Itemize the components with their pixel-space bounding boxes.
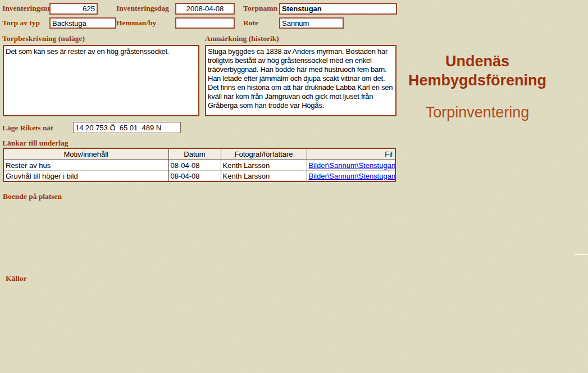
cell-fotograf: Kenth Larsson [221, 171, 307, 182]
torp-av-typ-input[interactable] [49, 17, 116, 29]
cell-motiv: Gruvhål till höger i bild [3, 171, 168, 182]
cell-datum: 08-04-08 [168, 160, 221, 171]
table-row: Rester av hus 08-04-08 Kenth Larsson Bil… [3, 160, 395, 171]
torpnamn-label: Torpnamn [243, 4, 277, 13]
cell-fil: Bilder\Sannum\Stenstugan [307, 160, 395, 171]
torpnamn-input[interactable] [279, 3, 397, 15]
column-header-datum: Datum [168, 148, 221, 160]
lage-rikets-nat-label: Läge Rikets nät [2, 124, 53, 133]
hemman-by-input[interactable] [175, 17, 235, 29]
column-header-fotograf: Fotograf/författare [221, 148, 307, 160]
anmarkning-textarea[interactable]: Stuga byggdes ca 1838 av Anders myrman. … [205, 45, 396, 116]
rote-input[interactable] [279, 17, 344, 29]
anmarkning-label: Anmärkning (historik) [205, 34, 279, 43]
app-subtitle: Torpinventering [386, 104, 568, 121]
file-link[interactable]: Bilder\Sannum\Stenstugan [309, 161, 396, 170]
file-link[interactable]: Bilder\Sannum\Stenstugan [309, 172, 396, 180]
table-row: Gruvhål till höger i bild 08-04-08 Kenth… [3, 171, 395, 182]
inventeringsdag-label: Inventeringsdag [116, 4, 169, 13]
cell-motiv: Rester av hus [3, 160, 168, 171]
kallor-label: Källor [6, 274, 27, 283]
torp-av-typ-label: Torp av typ [2, 19, 40, 28]
rote-label: Rote [243, 19, 258, 28]
branding-block: Undenäs Hembygdsförening Torpinventering [386, 52, 568, 121]
cell-datum: 08-04-08 [168, 171, 221, 182]
hemman-by-label: Hemman/by [116, 19, 156, 28]
inventeringsnr-input[interactable] [49, 3, 98, 15]
boende-pa-platsen-label: Boende på platsen [3, 192, 62, 201]
inventeringsdag-input[interactable] [175, 3, 235, 15]
texture-artifact-line [575, 254, 588, 255]
lage-rikets-nat-input[interactable] [73, 122, 181, 133]
links-table-header-row: Motiv/innehåll Datum Fotograf/författare… [3, 148, 395, 160]
cell-fil: Bilder\Sannum\Stenstugan [307, 171, 395, 182]
cell-fotograf: Kenth Larsson [221, 160, 307, 171]
org-name-line2: Hembygdsförening [386, 71, 568, 90]
inventeringsnr-label: Inventeringsnr [2, 4, 51, 13]
column-header-fil: Fil [307, 148, 395, 160]
torpbeskrivning-label: Torpbeskrivning (nuläge) [2, 34, 85, 43]
org-name-line1: Undenäs [386, 52, 568, 71]
links-table: Motiv/innehåll Datum Fotograf/författare… [3, 148, 396, 182]
column-header-motiv: Motiv/innehåll [3, 148, 168, 160]
lankar-till-underlag-label: Länkar till underlag [2, 139, 69, 148]
torpbeskrivning-textarea[interactable]: Det som kan ses är rester av en hög grås… [3, 45, 199, 116]
